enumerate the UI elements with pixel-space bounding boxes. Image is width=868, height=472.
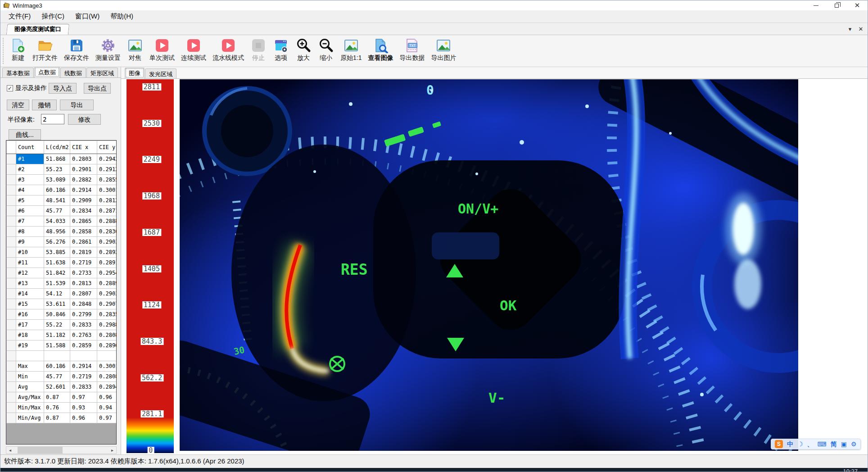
- table-cell[interactable]: 0.2907: [97, 299, 117, 309]
- table-cell[interactable]: 0.2807: [70, 289, 97, 299]
- tab-luminous-region[interactable]: 发光区域: [145, 68, 176, 78]
- table-cell[interactable]: Avg: [16, 382, 44, 392]
- new-button[interactable]: 新建: [7, 37, 29, 63]
- table-cell[interactable]: 0.96: [97, 392, 117, 403]
- chinese-mode-icon[interactable]: 中: [787, 440, 793, 448]
- save-file-button[interactable]: 保存文件: [61, 37, 92, 63]
- menu-operate[interactable]: 操作(C): [36, 11, 70, 22]
- table-row[interactable]: #151.8680.28030.2942: [7, 154, 117, 164]
- row-selector[interactable]: [7, 299, 16, 309]
- table-cell[interactable]: 53.089: [44, 175, 70, 185]
- table-cell[interactable]: 60.186: [44, 185, 70, 195]
- table-cell[interactable]: 54.033: [44, 216, 70, 227]
- table-cell[interactable]: 0.97: [70, 392, 97, 403]
- row-selector[interactable]: [7, 330, 16, 340]
- table-row[interactable]: #1151.6380.27190.2891: [7, 258, 117, 268]
- tab-image-view[interactable]: 图像: [125, 68, 145, 78]
- table-cell[interactable]: #8: [16, 227, 44, 237]
- keyboard-icon[interactable]: ⌨: [818, 440, 827, 448]
- table-cell[interactable]: Avg/Max: [16, 392, 44, 403]
- table-cell[interactable]: 0.2855: [97, 175, 117, 185]
- table-cell[interactable]: 51.638: [44, 258, 70, 268]
- table-row[interactable]: #754.0330.28650.2888: [7, 216, 117, 227]
- table-row[interactable]: #645.770.28340.2871: [7, 206, 117, 216]
- table-row[interactable]: #1851.1820.27630.2808: [7, 330, 117, 340]
- table-cell[interactable]: 0.2858: [70, 227, 97, 237]
- table-cell[interactable]: #7: [16, 216, 44, 227]
- pipeline-mode-button[interactable]: 流水线模式: [209, 37, 247, 63]
- menu-window[interactable]: 窗口(W): [70, 11, 105, 22]
- row-selector[interactable]: [7, 164, 16, 175]
- table-cell[interactable]: 0.2803: [70, 154, 97, 164]
- table-cell[interactable]: 56.276: [44, 237, 70, 247]
- row-selector[interactable]: [7, 309, 16, 320]
- table-horizontal-scrollbar[interactable]: ◂ ▸: [6, 446, 117, 454]
- table-cell[interactable]: 0.76: [44, 403, 70, 413]
- table-row[interactable]: Min/Max0.760.930.94: [7, 403, 117, 413]
- row-selector[interactable]: [7, 320, 16, 330]
- table-cell[interactable]: #4: [16, 185, 44, 195]
- table-cell[interactable]: 0.2882: [70, 175, 97, 185]
- tab-list-dropdown-icon[interactable]: ▾: [846, 25, 854, 33]
- table-cell[interactable]: 0.2859: [70, 340, 97, 351]
- row-selector[interactable]: [7, 216, 16, 227]
- table-cell[interactable]: 0.2888: [97, 216, 117, 227]
- table-cell[interactable]: 0.2891: [97, 258, 117, 268]
- table-row[interactable]: Avg52.6010.28330.2894: [7, 382, 117, 392]
- row-selector[interactable]: [7, 351, 16, 361]
- table-cell[interactable]: 0.2903: [97, 237, 117, 247]
- table-cell[interactable]: 51.588: [44, 340, 70, 351]
- toolbar-grip[interactable]: [3, 38, 5, 64]
- table-cell[interactable]: 0.87: [44, 413, 70, 423]
- table-cell[interactable]: 0.2733: [70, 268, 97, 278]
- ime-toolbar[interactable]: S中☽、⌨简▣⚙: [771, 439, 861, 449]
- simplified-chinese-icon[interactable]: 简: [831, 440, 837, 448]
- table-cell[interactable]: #12: [16, 268, 44, 278]
- row-selector[interactable]: [7, 289, 16, 299]
- row-selector[interactable]: [7, 403, 16, 413]
- table-cell[interactable]: #9: [16, 237, 44, 247]
- scrollbar-thumb[interactable]: [18, 447, 63, 454]
- curve-button[interactable]: 曲线...: [9, 129, 41, 140]
- table-cell[interactable]: 0.2819: [70, 247, 97, 258]
- table-cell[interactable]: 51.868: [44, 154, 70, 164]
- table-row[interactable]: [7, 351, 117, 361]
- table-cell[interactable]: #14: [16, 289, 44, 299]
- table-cell[interactable]: 0.2719: [70, 258, 97, 268]
- table-cell[interactable]: Max: [16, 361, 44, 372]
- continuous-test-button[interactable]: 连续测试: [178, 37, 209, 63]
- row-selector[interactable]: [7, 185, 16, 195]
- table-cell[interactable]: #18: [16, 330, 44, 340]
- options-button[interactable]: 选项: [270, 37, 292, 63]
- table-cell[interactable]: 55.22: [44, 320, 70, 330]
- zoom-out-button[interactable]: 缩小: [315, 37, 337, 63]
- table-cell[interactable]: [16, 351, 44, 361]
- tab-point-data[interactable]: 点数据: [34, 67, 60, 77]
- export-button[interactable]: 导出: [60, 100, 94, 110]
- table-cell[interactable]: 51.842: [44, 268, 70, 278]
- table-cell[interactable]: 0.94: [97, 403, 117, 413]
- table-cell[interactable]: 54.12: [44, 289, 70, 299]
- row-selector[interactable]: [7, 195, 16, 206]
- table-row[interactable]: Max60.1860.29140.3001: [7, 361, 117, 372]
- table-cell[interactable]: [44, 351, 70, 361]
- row-selector[interactable]: [7, 372, 16, 382]
- row-selector[interactable]: [7, 392, 16, 403]
- false-color-image[interactable]: ON/V+ RES OK V- 30 0: [180, 79, 798, 451]
- table-cell[interactable]: 0.2903: [97, 289, 117, 299]
- table-row[interactable]: #1553.6110.28480.2907: [7, 299, 117, 309]
- row-selector[interactable]: [7, 206, 16, 216]
- table-cell[interactable]: #15: [16, 299, 44, 309]
- table-cell[interactable]: #19: [16, 340, 44, 351]
- table-cell[interactable]: 50.846: [44, 309, 70, 320]
- actual-size-button[interactable]: 原始1:1: [337, 37, 365, 63]
- table-cell[interactable]: 45.77: [44, 372, 70, 382]
- table-cell[interactable]: 0.2813: [70, 278, 97, 289]
- halfwidth-moon-icon[interactable]: ☽: [797, 440, 803, 448]
- table-cell[interactable]: 0.2834: [70, 206, 97, 216]
- table-cell[interactable]: 0.2942: [97, 154, 117, 164]
- row-selector[interactable]: [7, 278, 16, 289]
- table-cell[interactable]: #11: [16, 258, 44, 268]
- table-cell[interactable]: Min/Max: [16, 403, 44, 413]
- table-cell[interactable]: 0.2892: [97, 247, 117, 258]
